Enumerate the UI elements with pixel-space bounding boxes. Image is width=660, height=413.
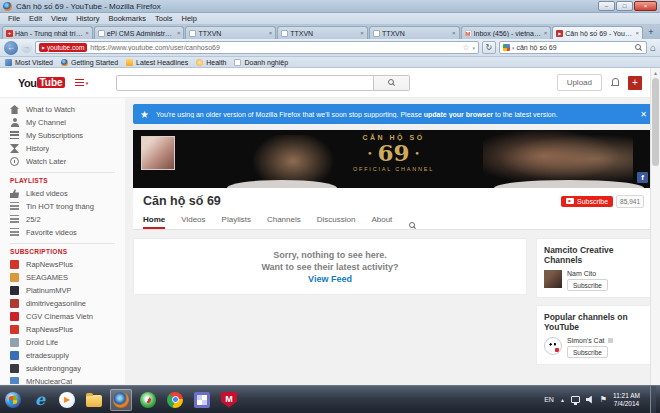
close-button[interactable]: × xyxy=(634,1,657,11)
channel-tab[interactable]: Home xyxy=(143,215,165,229)
notifications-bell-icon[interactable] xyxy=(611,78,619,87)
minimize-button[interactable]: – xyxy=(598,1,615,11)
menu-item[interactable]: Tools xyxy=(151,14,177,23)
close-icon[interactable]: ✕ xyxy=(640,110,647,119)
tab-close-icon[interactable]: × xyxy=(636,30,640,36)
channel-avatar[interactable] xyxy=(544,270,562,288)
guide-subscription-item[interactable]: etradesupply xyxy=(0,349,125,362)
upload-button[interactable]: Upload xyxy=(557,74,602,91)
url-bar[interactable]: youtube.com https://www.youtube.com/user… xyxy=(35,41,479,54)
chevron-down-icon[interactable]: ▾ xyxy=(512,45,515,51)
browser-search-input[interactable] xyxy=(516,44,632,51)
google-icon[interactable] xyxy=(503,44,510,51)
youtube-search-button[interactable] xyxy=(374,75,410,91)
guide-nav-item[interactable]: What to Watch xyxy=(0,103,125,116)
scrollbar-thumb[interactable] xyxy=(652,78,659,166)
page-scrollbar[interactable]: ▲ xyxy=(650,68,660,385)
account-avatar[interactable] xyxy=(628,76,642,90)
channel-search-icon[interactable] xyxy=(408,221,416,229)
update-browser-link[interactable]: update your browser xyxy=(424,111,493,118)
taskbar-app-icon[interactable] xyxy=(137,389,159,411)
taskbar-app-icon[interactable] xyxy=(110,389,132,411)
guide-subscription-item[interactable]: PlatinumMVP xyxy=(0,284,125,297)
bookmark-item[interactable]: Health xyxy=(196,59,226,66)
bookmark-item[interactable]: Latest Headlines xyxy=(126,59,188,66)
tab-close-icon[interactable]: × xyxy=(544,30,548,36)
language-indicator[interactable]: EN xyxy=(544,396,554,403)
menu-item[interactable]: File xyxy=(4,14,24,23)
related-channel-name[interactable]: Nam Cito xyxy=(567,270,608,277)
menu-item[interactable]: History xyxy=(72,14,103,23)
guide-playlist-item[interactable]: Favorite videos xyxy=(0,226,125,239)
home-button[interactable]: ⌂ xyxy=(650,42,656,53)
menu-item[interactable]: Help xyxy=(178,14,201,23)
youtube-search-input[interactable] xyxy=(116,75,374,91)
taskbar-app-icon[interactable] xyxy=(164,389,186,411)
channel-avatar[interactable] xyxy=(544,337,562,355)
tab-close-icon[interactable]: × xyxy=(177,30,181,36)
guide-subscription-item[interactable]: MrNuclearCat xyxy=(0,375,125,384)
guide-nav-item[interactable]: Watch Later xyxy=(0,155,125,168)
browser-tab[interactable]: TTXVN × xyxy=(277,26,368,39)
channel-tab[interactable]: Channels xyxy=(267,215,301,229)
chevron-down-icon[interactable]: ▾ xyxy=(472,45,475,51)
guide-subscription-item[interactable]: sukientrongngay xyxy=(0,362,125,375)
taskbar-app-icon[interactable] xyxy=(29,389,51,411)
maximize-button[interactable]: □ xyxy=(616,1,633,11)
tab-close-icon[interactable]: × xyxy=(269,30,273,36)
network-icon[interactable] xyxy=(571,396,580,403)
menu-item[interactable]: Edit xyxy=(25,14,46,23)
forward-button[interactable]: → xyxy=(21,42,32,53)
browser-search-box[interactable]: ▾ xyxy=(499,41,647,54)
taskbar-app-icon[interactable] xyxy=(56,389,78,411)
site-identity-badge[interactable]: youtube.com xyxy=(39,43,87,52)
guide-subscription-item[interactable]: dimitrivegasonline xyxy=(0,297,125,310)
guide-nav-item[interactable]: My Subscriptions xyxy=(0,129,125,142)
facebook-icon[interactable]: f xyxy=(637,172,648,183)
guide-playlist-item[interactable]: 25/2 xyxy=(0,213,125,226)
browser-tab[interactable]: ePi CMS Administration : S... × xyxy=(94,26,185,39)
bookmark-item[interactable]: Getting Started xyxy=(61,59,118,66)
url-text[interactable]: https://www.youtube.com/user/canhoso69 xyxy=(90,44,459,51)
subscribe-button[interactable]: Subscribe xyxy=(561,196,613,207)
guide-subscription-item[interactable]: CGV Cinemas Vietn xyxy=(0,310,125,323)
guide-playlist-item[interactable]: Liked videos xyxy=(0,187,125,200)
youtube-logo[interactable]: You Tube xyxy=(18,77,65,89)
bookmark-star-icon[interactable]: ☆ xyxy=(462,43,469,52)
hidden-icons-arrow[interactable]: ▲ xyxy=(560,397,565,403)
channel-tab[interactable]: Discussion xyxy=(317,215,356,229)
menu-item[interactable]: View xyxy=(47,14,71,23)
search-icon[interactable] xyxy=(635,44,643,52)
view-feed-link[interactable]: View Feed xyxy=(308,274,352,284)
channel-tab[interactable]: Videos xyxy=(181,215,205,229)
tab-close-icon[interactable]: × xyxy=(452,30,456,36)
tab-close-icon[interactable]: × xyxy=(85,30,89,36)
taskbar-app-icon[interactable] xyxy=(83,389,105,411)
guide-subscription-item[interactable]: Droid Life xyxy=(0,336,125,349)
show-desktop-button[interactable] xyxy=(650,386,656,413)
guide-nav-item[interactable]: My Channel xyxy=(0,116,125,129)
browser-tab[interactable]: TTXVN × xyxy=(369,26,460,39)
bookmark-item[interactable]: Most Visited xyxy=(5,59,53,66)
back-button[interactable]: ← xyxy=(4,41,18,55)
guide-nav-item[interactable]: History xyxy=(0,142,125,155)
guide-subscription-item[interactable]: RapNewsPlus xyxy=(0,258,125,271)
reload-button[interactable]: ↻ xyxy=(482,41,496,54)
browser-tab[interactable]: Hàn - Trung nhất trí phi hạt... × xyxy=(2,26,93,39)
related-channel-name[interactable]: Simon's Cat xyxy=(567,337,613,344)
action-center-flag-icon[interactable]: ⚑ xyxy=(600,396,607,404)
subscribe-button[interactable]: Subscribe xyxy=(567,279,608,291)
volume-icon[interactable] xyxy=(586,396,594,404)
channel-tab[interactable]: About xyxy=(371,215,392,229)
browser-tab[interactable]: Căn hộ số 69 - YouTube × xyxy=(552,26,643,39)
menu-item[interactable]: Bookmarks xyxy=(105,14,151,23)
browser-tab[interactable]: TTXVN × xyxy=(185,26,276,39)
bookmark-item[interactable]: Doanh nghiệp xyxy=(234,59,288,66)
new-tab-button[interactable]: + xyxy=(644,27,658,39)
channel-tab[interactable]: Playlists xyxy=(222,215,251,229)
taskbar-app-icon[interactable] xyxy=(191,389,213,411)
scroll-up-arrow-icon[interactable]: ▲ xyxy=(651,68,660,78)
guide-subscription-item[interactable]: RapNewsPlus xyxy=(0,323,125,336)
guide-subscription-item[interactable]: SEAGAMES xyxy=(0,271,125,284)
taskbar-app-icon[interactable] xyxy=(2,389,24,411)
